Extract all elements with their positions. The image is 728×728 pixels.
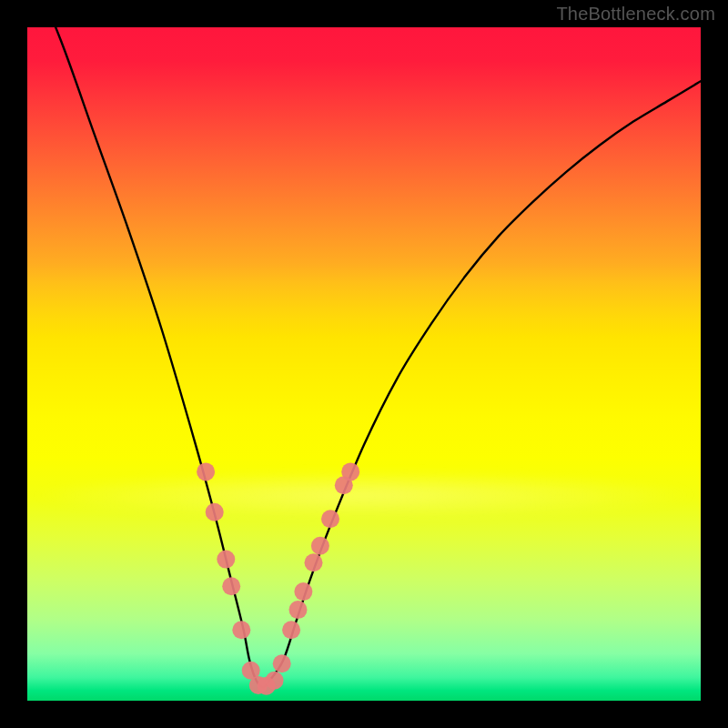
bottleneck-curve	[27, 27, 701, 687]
chart-svg	[27, 27, 701, 701]
marker-dot	[311, 537, 329, 555]
marker-dot	[305, 553, 323, 571]
chart-frame: TheBottleneck.com	[0, 0, 728, 728]
marker-dot	[206, 503, 224, 521]
marker-dot	[217, 551, 235, 569]
plot-area	[27, 27, 701, 701]
marker-dot	[282, 621, 300, 639]
marker-dot	[294, 582, 312, 601]
marker-dot	[197, 462, 215, 480]
marker-dot	[321, 510, 339, 528]
marker-dot	[266, 672, 284, 690]
watermark-text: TheBottleneck.com	[556, 4, 715, 25]
marker-dot	[341, 462, 359, 480]
curve-line	[27, 27, 701, 687]
highlighted-points	[197, 462, 359, 694]
marker-dot	[273, 654, 291, 672]
marker-dot	[288, 601, 307, 619]
marker-dot	[222, 577, 240, 595]
marker-dot	[232, 621, 250, 639]
